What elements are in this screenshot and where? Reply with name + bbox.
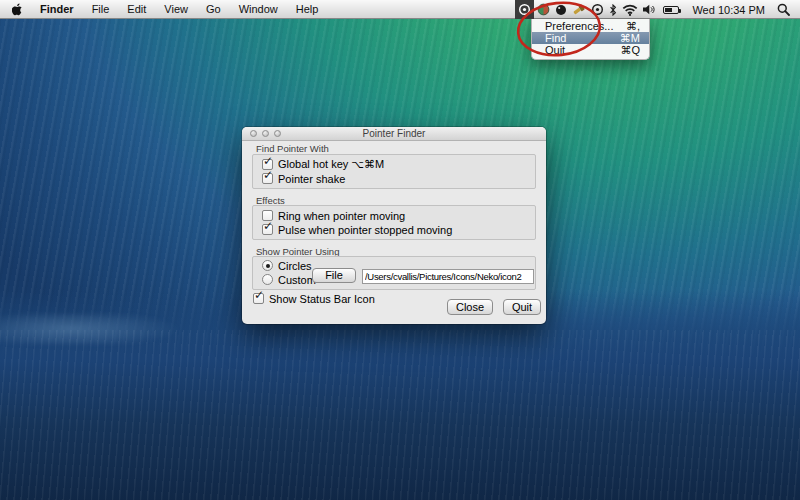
checkbox-row-pointer-shake: ✓ Pointer shake [262,172,345,185]
menu-bar-clock[interactable]: Wed 10:34 PM [684,4,773,16]
menu-window[interactable]: Window [230,0,287,18]
check-icon: ✓ [254,288,264,302]
quit-button[interactable]: Quit [503,299,541,315]
desktop: Finder File Edit View Go Window Help [0,0,800,500]
spotlight-icon[interactable] [773,0,800,19]
radio-row-custom: Custom [262,273,316,286]
menu-item-label: Quit [545,44,565,56]
battery-shell [663,6,679,14]
checkbox-row-ring-when-moving: Ring when pointer moving [262,209,405,222]
menu-item-find[interactable]: Find ⌘M [532,32,649,44]
menu-item-quit[interactable]: Quit ⌘Q [532,44,649,56]
menu-go[interactable]: Go [197,0,230,18]
check-icon: ✓ [263,168,273,182]
custom-icon-path-field[interactable] [362,269,534,284]
window-title: Pointer Finder [242,127,546,140]
battery-nub [679,9,681,13]
radio-row-circles: Circles [262,259,312,272]
dark-app-status-icon[interactable] [552,0,570,19]
volume-icon[interactable] [640,0,658,19]
pointer-shake-checkbox[interactable]: ✓ [262,173,273,184]
target-status-icon[interactable] [588,0,606,19]
group-label-find-pointer-with: Find Pointer With [256,143,329,154]
battery-fill [665,8,671,12]
color-app-status-icon[interactable] [534,0,552,19]
checkbox-label: Show Status Bar Icon [269,293,375,305]
window-minimize-button[interactable] [262,130,269,137]
pulse-when-stopped-checkbox[interactable]: ✓ [262,224,273,235]
menu-file[interactable]: File [83,0,119,18]
menu-item-label: Preferences... [545,20,613,32]
custom-radio[interactable] [262,274,273,285]
flashlight-status-icon[interactable] [570,0,588,19]
checkbox-label: Pointer shake [278,173,345,185]
window-zoom-button[interactable] [274,130,281,137]
close-button[interactable]: Close [447,299,493,315]
menu-item-preferences[interactable]: Preferences... ⌘, [532,20,649,32]
checkbox-label: Global hot key ⌥⌘M [278,158,384,171]
wallpaper-foam [0,314,240,344]
file-button[interactable]: File [312,268,356,283]
menu-view[interactable]: View [155,0,197,18]
wifi-icon[interactable] [620,0,640,19]
checkbox-row-pulse-when-stopped: ✓ Pulse when pointer stopped moving [262,223,452,236]
menu-edit[interactable]: Edit [118,0,155,18]
radio-dot [266,264,270,268]
checkbox-row-global-hot-key: ✓ Global hot key ⌥⌘M [262,158,384,171]
wallpaper-sea-texture [0,330,800,500]
show-status-bar-icon-checkbox[interactable]: ✓ [253,293,264,304]
traffic-lights [250,130,281,137]
window-close-button[interactable] [250,130,257,137]
radio-label: Custom [278,274,316,286]
check-icon: ✓ [263,219,273,233]
menu-bar-status-area: Wed 10:34 PM [515,0,800,19]
menu-bar-left: Finder File Edit View Go Window Help [0,0,327,18]
menu-item-shortcut: ⌘, [626,20,640,32]
checkbox-row-show-status-bar-icon: ✓ Show Status Bar Icon [253,292,375,305]
battery-icon[interactable] [658,0,684,19]
menu-help[interactable]: Help [287,0,328,18]
check-icon: ✓ [263,154,273,168]
pointer-finder-window: Pointer Finder Find Pointer With ✓ Globa… [242,127,546,324]
menu-finder[interactable]: Finder [31,0,83,18]
apple-icon [12,3,23,16]
checkbox-label: Pulse when pointer stopped moving [278,224,452,236]
menu-item-label: Find [545,32,566,44]
bluetooth-icon[interactable] [606,0,620,19]
radio-label: Circles [278,260,312,272]
menu-item-shortcut: ⌘M [620,32,640,44]
menu-item-shortcut: ⌘Q [620,44,640,56]
circles-radio[interactable] [262,260,273,271]
window-title-bar[interactable]: Pointer Finder [242,127,546,141]
apple-menu[interactable] [0,0,31,18]
menu-bar: Finder File Edit View Go Window Help [0,0,800,19]
checkbox-label: Ring when pointer moving [278,210,405,222]
status-menu-dropdown: Preferences... ⌘, Find ⌘M Quit ⌘Q [531,19,650,60]
pointer-finder-status-icon[interactable] [515,0,534,19]
